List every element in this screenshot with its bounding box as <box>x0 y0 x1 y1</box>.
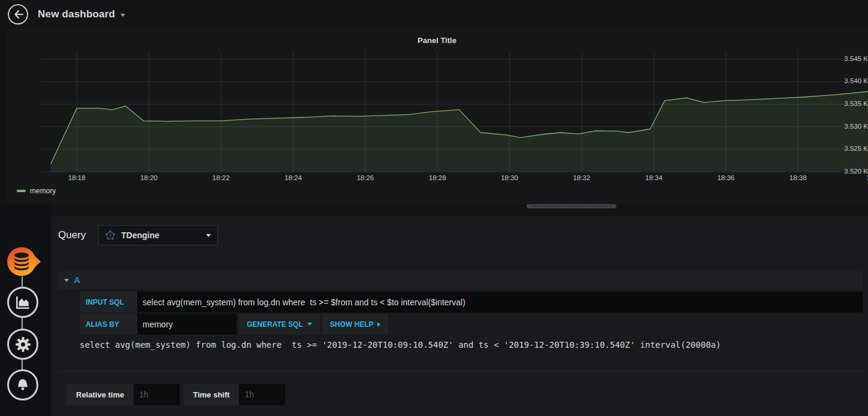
y-axis-tick-label: 3.520 K <box>837 168 868 175</box>
x-axis-tick-label: 18:28 <box>429 174 446 181</box>
query-ref-id: A <box>74 275 80 285</box>
query-section-title: Query <box>58 229 86 241</box>
section-divider <box>58 371 863 372</box>
datasource-picker[interactable]: TDengine <box>98 225 218 245</box>
alias-by-label: ALIAS BY <box>80 314 137 335</box>
time-options-row: Relative time Time shift <box>66 384 285 405</box>
x-axis-tick-label: 18:18 <box>68 174 86 181</box>
graph-panel: Panel Title 3.545 K3.540 K3.535 K3.530 K… <box>6 29 868 204</box>
gear-icon <box>15 336 31 353</box>
input-sql-row: INPUT SQL <box>80 291 863 312</box>
y-axis-tick-label: 3.535 K <box>837 100 868 107</box>
rail-connector <box>22 318 23 330</box>
x-axis-tick-label: 18:30 <box>501 174 518 181</box>
database-icon <box>5 244 42 279</box>
resize-handle-dots <box>531 205 612 207</box>
y-axis-tick-label: 3.525 K <box>837 145 868 152</box>
dashboard-title: New dashboard <box>38 8 115 20</box>
arrow-left-icon <box>13 10 23 19</box>
tab-general[interactable] <box>7 329 38 360</box>
x-axis-tick-label: 18:24 <box>285 174 302 181</box>
generate-sql-button[interactable]: GENERATE SQL <box>239 314 320 335</box>
chevron-down-icon <box>120 14 125 17</box>
back-button[interactable] <box>8 4 28 25</box>
legend-series-label[interactable]: memory <box>30 187 56 195</box>
tdengine-icon <box>105 230 115 240</box>
dashboard-title-menu[interactable]: New dashboard <box>38 8 125 20</box>
chevron-down-icon <box>307 323 312 326</box>
editor-tab-rail <box>0 204 51 416</box>
alias-by-field[interactable] <box>137 314 237 335</box>
y-axis-tick-label: 3.530 K <box>837 123 868 130</box>
time-shift-input[interactable] <box>239 384 285 405</box>
x-axis-tick-label: 18:20 <box>140 174 158 181</box>
show-help-label: SHOW HELP <box>330 320 374 329</box>
chart-icon <box>15 294 31 310</box>
input-sql-field[interactable] <box>137 291 863 312</box>
x-axis-tick-label: 18:26 <box>356 174 374 181</box>
relative-time-label: Relative time <box>66 384 134 405</box>
chart-legend: memory <box>17 187 56 195</box>
y-axis-tick-label: 3.540 K <box>837 77 868 84</box>
legend-color-chip <box>17 190 26 192</box>
show-help-button[interactable]: SHOW HELP <box>322 314 389 335</box>
chevron-down-icon <box>206 234 211 237</box>
bell-icon <box>15 377 31 393</box>
collapse-caret-icon <box>64 279 69 282</box>
tab-visualization[interactable] <box>7 287 38 318</box>
tab-alert[interactable] <box>7 369 38 400</box>
time-series-chart[interactable]: 3.545 K3.540 K3.535 K3.530 K3.525 K3.520… <box>6 51 868 202</box>
datasource-name: TDengine <box>121 230 159 240</box>
chevron-right-icon <box>377 322 380 327</box>
x-axis-tick-label: 18:36 <box>717 174 734 181</box>
generated-sql-text: select avg(mem_system) from log.dn where… <box>80 340 721 350</box>
input-sql-label: INPUT SQL <box>80 291 137 312</box>
x-axis-tick-label: 18:38 <box>790 174 807 181</box>
alias-by-row: ALIAS BY GENERATE SQL SHOW HELP <box>80 314 388 335</box>
query-editor: Query TDengine A INPUT SQL ALIAS BY <box>51 217 868 416</box>
query-row-header[interactable]: A <box>58 271 863 289</box>
y-axis-tick-label: 3.545 K <box>837 55 868 62</box>
x-axis-tick-label: 18:32 <box>573 174 591 181</box>
top-navbar: New dashboard <box>0 0 868 29</box>
x-axis-tick-label: 18:22 <box>213 174 230 181</box>
generate-sql-label: GENERATE SQL <box>247 320 303 329</box>
query-editor-header: Query TDengine <box>58 225 218 245</box>
relative-time-input[interactable] <box>134 384 180 405</box>
tab-queries[interactable] <box>5 244 42 281</box>
panel-title[interactable]: Panel Title <box>6 29 868 45</box>
x-axis-tick-label: 18:34 <box>645 174 663 181</box>
panel-resize-handle[interactable] <box>527 204 616 208</box>
time-shift-label: Time shift <box>183 384 239 405</box>
